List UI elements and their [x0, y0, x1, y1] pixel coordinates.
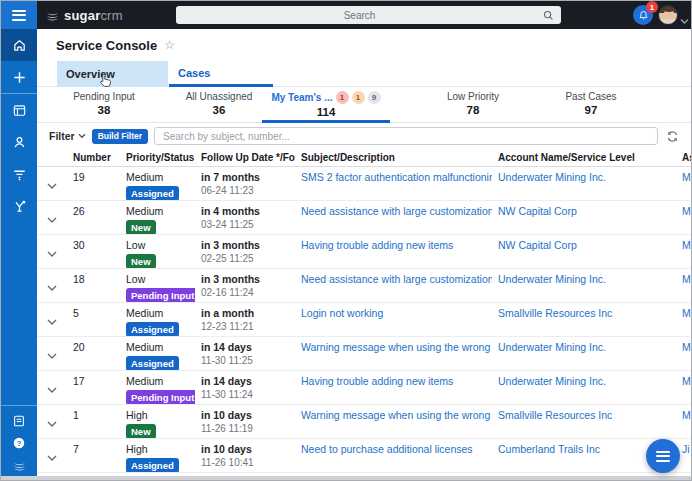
tab-overview[interactable]: Overview: [57, 61, 168, 87]
subtab-pending-input[interactable]: Pending Input38: [49, 87, 159, 123]
table-row-partial[interactable]: 107 Medium: [37, 473, 691, 481]
subtab-past-cases[interactable]: Past Cases97: [531, 87, 651, 123]
sugarcrm-layers-icon: [45, 8, 60, 23]
row-expand-button[interactable]: [37, 235, 67, 268]
sidebar-item-notes[interactable]: [1, 410, 37, 432]
contacts-icon: [12, 135, 27, 150]
left-sidebar: ?: [1, 29, 37, 481]
column-header-priority-status[interactable]: Priority/Status *: [120, 152, 195, 163]
refresh-button[interactable]: [664, 130, 681, 143]
subject-link[interactable]: Having trouble adding new items: [301, 239, 453, 251]
subject-link[interactable]: Need assistance with large customization: [301, 205, 492, 217]
column-header-number[interactable]: Number: [67, 152, 120, 163]
account-link[interactable]: Underwater Mining Inc.: [498, 171, 606, 183]
assigned-user-link[interactable]: M: [682, 409, 691, 421]
global-search[interactable]: [176, 6, 561, 24]
case-number: 18: [67, 269, 120, 302]
global-search-input[interactable]: [176, 10, 543, 21]
status-badge: New: [126, 424, 156, 438]
case-dashlet-tabs: Pending Input38All Unassigned36My Team's…: [37, 87, 691, 123]
subject-link[interactable]: Warning message when using the wrong bro…: [301, 341, 492, 353]
shortcuts-icon: [12, 199, 27, 214]
assigned-user-link[interactable]: M: [682, 205, 691, 217]
main-content: Service Console ☆ Overview Cases Pending…: [37, 29, 691, 481]
sidebar-item-home[interactable]: [1, 29, 37, 61]
row-expand-button[interactable]: [37, 269, 67, 302]
sidebar-item-contacts[interactable]: [1, 126, 37, 158]
follow-up-due-chip: [201, 477, 256, 481]
follow-up-relative: in 10 days: [201, 409, 295, 421]
row-expand-button[interactable]: [37, 337, 67, 370]
chevron-down-icon: [47, 251, 57, 257]
account-link[interactable]: NW Capital Corp: [498, 205, 577, 217]
column-header-assigned[interactable]: As: [676, 152, 691, 163]
assigned-user-link[interactable]: Ji: [682, 443, 690, 455]
assigned-user-link[interactable]: M: [682, 239, 691, 251]
table-row[interactable]: 19 Medium Assigned in 7 months 06-24 11:…: [37, 167, 691, 201]
floating-actions-button[interactable]: [646, 439, 680, 473]
assigned-user-link[interactable]: M: [682, 273, 691, 285]
case-search-input[interactable]: [154, 127, 658, 145]
assigned-user-link[interactable]: M: [682, 375, 691, 387]
subject-link[interactable]: Having trouble adding new items: [301, 375, 453, 387]
sidebar-item-sugarcrm[interactable]: [1, 454, 37, 476]
sidebar-item-shortcuts[interactable]: [1, 190, 37, 222]
table-row[interactable]: 7 High Assigned in 10 days 11-26 10:41 N…: [37, 439, 691, 473]
account-link[interactable]: NW Capital Corp: [498, 239, 577, 251]
account-link[interactable]: Underwater Mining Inc.: [498, 273, 606, 285]
subject-link[interactable]: Login not working: [301, 307, 383, 319]
row-expand-button[interactable]: [37, 371, 67, 404]
follow-up-date: 03-24 11:25: [201, 219, 295, 230]
follow-up-date: 06-24 11:23: [201, 185, 295, 196]
build-filter-button[interactable]: Build Filter: [92, 129, 148, 144]
subject-link[interactable]: Need assistance with large customization: [301, 273, 492, 285]
logo-text-crm: crm: [100, 8, 122, 23]
column-header-follow-up-date[interactable]: Follow Up Date */Foll...: [195, 152, 295, 163]
profile-chevron-down-icon[interactable]: [680, 11, 689, 29]
assigned-user-link[interactable]: M: [682, 307, 691, 319]
table-row[interactable]: 30 Low New in 3 months 02-25 11:25 Havin…: [37, 235, 691, 269]
column-header-account[interactable]: Account Name/Service Level: [492, 152, 676, 163]
follow-up-relative: in 10 days: [201, 443, 295, 455]
tab-cases[interactable]: Cases: [169, 61, 273, 87]
account-link[interactable]: Smallville Resources Inc: [498, 409, 612, 421]
account-link[interactable]: Underwater Mining Inc.: [498, 341, 606, 353]
filter-dropdown[interactable]: Filter: [49, 130, 86, 142]
status-badge: New: [126, 254, 156, 268]
account-link[interactable]: Underwater Mining Inc.: [498, 375, 606, 387]
hamburger-icon: [12, 7, 26, 23]
sidebar-item-console[interactable]: [1, 94, 37, 126]
sidebar-item-filter[interactable]: [1, 158, 37, 190]
sidebar-item-create[interactable]: [1, 61, 37, 93]
subject-link[interactable]: SMS 2 factor authentication malfunctioni…: [301, 171, 492, 183]
table-row[interactable]: 18 Low Pending Input in 3 months 02-16 1…: [37, 269, 691, 303]
column-header-subject[interactable]: Subject/Description: [295, 152, 492, 163]
row-expand-button[interactable]: [37, 473, 67, 481]
row-expand-button[interactable]: [37, 167, 67, 200]
subject-link[interactable]: Warning message when using the wrong bro…: [301, 409, 492, 421]
subtab-low-priority[interactable]: Low Priority78: [413, 87, 533, 123]
user-avatar[interactable]: [658, 5, 678, 25]
subtab-my-team-s[interactable]: My Team's ...119114: [256, 87, 396, 123]
favorite-star-icon[interactable]: ☆: [164, 38, 175, 52]
row-expand-button[interactable]: [37, 405, 67, 438]
sidebar-item-help[interactable]: ?: [1, 432, 37, 454]
subject-link[interactable]: Need to purchase additional licenses: [301, 443, 473, 455]
case-number: 19: [67, 167, 120, 200]
table-header: Number Priority/Status * Follow Up Date …: [37, 149, 691, 167]
row-expand-button[interactable]: [37, 303, 67, 336]
table-row[interactable]: 20 Medium Assigned in 14 days 11-30 11:2…: [37, 337, 691, 371]
table-row[interactable]: 1 High New in 10 days 11-26 11:19 Warnin…: [37, 405, 691, 439]
row-expand-button[interactable]: [37, 201, 67, 234]
main-menu-button[interactable]: [1, 1, 37, 29]
table-row[interactable]: 5 Medium Assigned in a month 12-23 11:21…: [37, 303, 691, 337]
follow-up-date: 02-16 11:24: [201, 287, 295, 298]
table-row[interactable]: 26 Medium New in 4 months 03-24 11:25 Ne…: [37, 201, 691, 235]
account-link[interactable]: Smallville Resources Inc: [498, 307, 612, 319]
assigned-user-link[interactable]: M: [682, 341, 691, 353]
row-expand-button[interactable]: [37, 439, 67, 472]
table-row[interactable]: 17 Medium Pending Input in 14 days 11-30…: [37, 371, 691, 405]
account-link[interactable]: Cumberland Trails Inc: [498, 443, 600, 455]
assigned-user-link[interactable]: M: [682, 171, 691, 183]
case-number: 1: [67, 405, 120, 438]
